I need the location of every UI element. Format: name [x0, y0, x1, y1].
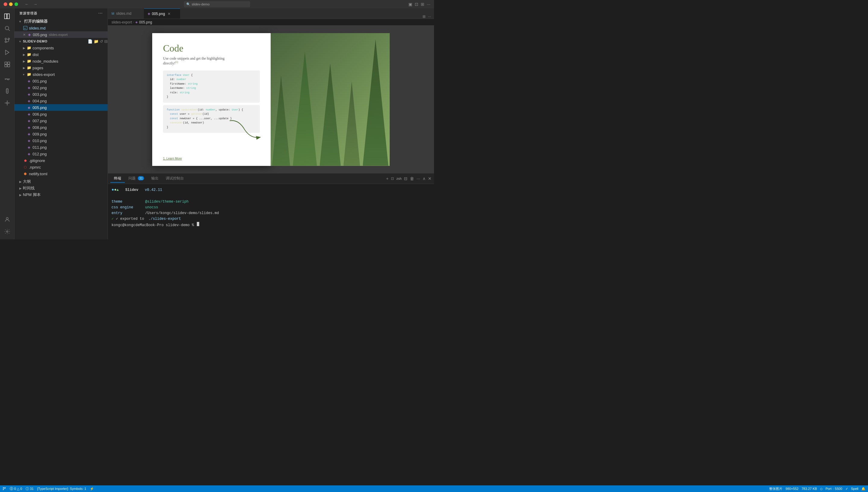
activity-run[interactable]: [2, 47, 13, 58]
file-003[interactable]: ◈ 003.png: [15, 91, 108, 98]
split-icon[interactable]: ⊞: [421, 2, 424, 7]
title-search-text: slidev-demo: [192, 2, 209, 6]
folder-slides-export[interactable]: ▾ 📁 slides-export: [15, 71, 108, 78]
new-folder-icon[interactable]: 📁: [94, 39, 98, 44]
terminal-close-icon[interactable]: ✕: [428, 176, 431, 181]
file-007[interactable]: ◈ 007.png: [15, 118, 108, 124]
minimize-button[interactable]: [9, 2, 13, 6]
activity-bar: [0, 8, 15, 239]
project-root[interactable]: ▾ SLIDEV-DEMO 📄 📁 ↺ ⊟: [15, 38, 108, 45]
open-editor-slides-md[interactable]: M slides.md: [15, 25, 108, 31]
folder-node-modules[interactable]: ▶ 📁 node_modules: [15, 58, 108, 65]
split-editor-icon[interactable]: ⊞: [423, 15, 426, 19]
forward-button[interactable]: →: [32, 1, 39, 7]
back-button[interactable]: ←: [24, 1, 30, 7]
sidebar-header: 资源管理器 ···: [15, 8, 108, 18]
content-area: Code Use code snippets and get the highl…: [108, 26, 434, 173]
close-button[interactable]: [4, 2, 7, 6]
activity-accounts[interactable]: [2, 214, 13, 225]
file-netlify-toml[interactable]: ⬢ netlify.toml: [15, 170, 108, 177]
main-layout: 资源管理器 ··· ▾ 打开的编辑器 M slides.md ✕ ◈ 00: [0, 8, 434, 239]
file-012[interactable]: ◈ 012.png: [15, 151, 108, 157]
folder-dist[interactable]: ▶ 📁 dist: [15, 51, 108, 58]
editor-layout-icon[interactable]: ⊡: [415, 2, 418, 7]
activity-python[interactable]: [2, 85, 13, 96]
file-008[interactable]: ◈ 008.png: [15, 124, 108, 131]
terminal-line-blank: [112, 193, 430, 199]
file-npmrc[interactable]: ⬡ .npmrc: [15, 164, 108, 170]
folder-pages[interactable]: ▶ 📁 pages: [15, 65, 108, 71]
terminal-panel-icon[interactable]: ⊟: [404, 176, 407, 181]
file-005[interactable]: ◈ 005.png: [15, 104, 108, 111]
sidebar-toggle-icon[interactable]: ▣: [408, 2, 412, 7]
breadcrumb-sep: ›: [133, 21, 134, 24]
activity-source-control[interactable]: [2, 35, 13, 46]
activity-settings[interactable]: [2, 226, 13, 237]
exported-path: ./slides-export: [148, 217, 181, 221]
terminal-chevron-up-icon[interactable]: ∧: [423, 176, 426, 181]
file-009[interactable]: ◈ 009.png: [15, 131, 108, 137]
file-gitignore-icon: ⬟: [23, 158, 28, 163]
slide-footnote-text: 1. Learn More: [163, 157, 182, 160]
logo-triangle: ▲: [117, 188, 119, 192]
terminal-trash-icon[interactable]: 🗑: [410, 176, 414, 181]
activity-extensions[interactable]: [2, 59, 13, 70]
refresh-icon[interactable]: ↺: [100, 39, 103, 44]
sidebar-more-icon[interactable]: ···: [98, 11, 103, 16]
folder-pages-icon: 📁: [26, 65, 31, 70]
md-file-icon: M: [23, 26, 28, 30]
activity-explorer[interactable]: [2, 11, 13, 22]
open-editors-section: ▾ 打开的编辑器 M slides.md ✕ ◈ 005.png slides-…: [15, 18, 108, 38]
title-search[interactable]: 🔍 slidev-demo: [184, 1, 250, 7]
open-editor-005-png[interactable]: ✕ ◈ 005.png slides-export: [15, 31, 108, 38]
file-npmrc-icon: ⬡: [23, 165, 28, 170]
terminal-content: ●●▲ Slidev v0.42.11 theme @slidev/theme-…: [108, 184, 434, 239]
terminal-tab-output[interactable]: 输出: [148, 175, 162, 183]
slide-footnote[interactable]: 1. Learn More: [163, 156, 182, 161]
folder-pages-name: pages: [32, 66, 43, 70]
svg-point-0: [5, 26, 9, 30]
tab-005-png[interactable]: ◈ 005.png ✕: [144, 8, 180, 19]
activity-search[interactable]: [2, 23, 13, 34]
folder-pages-chevron: ▶: [23, 66, 26, 70]
new-file-icon[interactable]: 📄: [88, 39, 93, 44]
activity-docker[interactable]: [2, 73, 13, 84]
folder-components[interactable]: ▶ 📁 components: [15, 45, 108, 51]
more-actions-icon[interactable]: ···: [428, 15, 431, 19]
terminal-tab-debug[interactable]: 调试控制台: [162, 175, 187, 183]
file-011[interactable]: ◈ 011.png: [15, 144, 108, 151]
collapse-icon[interactable]: ⊟: [104, 39, 108, 44]
terminal-prompt: kongc@kongcdeMacBook-Pro slidev-demo %: [112, 223, 194, 227]
terminal-tab-problems[interactable]: 问题 31: [125, 175, 148, 183]
terminal-split-icon[interactable]: ⊡: [391, 176, 394, 181]
file-002[interactable]: ◈ 002.png: [15, 84, 108, 91]
activity-bottom: [2, 214, 13, 237]
file-010[interactable]: ◈ 010.png: [15, 137, 108, 144]
folder-dist-name: dist: [32, 52, 39, 57]
close-editor-icon[interactable]: ✕: [23, 33, 26, 37]
file-002-name: 002.png: [32, 85, 47, 90]
file-006[interactable]: ◈ 006.png: [15, 111, 108, 118]
open-editors-header[interactable]: ▾ 打开的编辑器: [15, 18, 108, 25]
tab-close-icon[interactable]: ✕: [167, 11, 171, 16]
terminal-add-icon[interactable]: +: [386, 176, 389, 181]
file-012-icon: ◈: [26, 151, 31, 156]
terminal-more-icon[interactable]: ···: [417, 176, 420, 181]
more-icon[interactable]: ···: [427, 2, 430, 7]
file-002-icon: ◈: [26, 85, 31, 90]
timeline-section[interactable]: ▶ 时间线: [15, 185, 108, 192]
activity-git-graph[interactable]: [2, 98, 13, 108]
maximize-button[interactable]: [15, 2, 18, 6]
file-gitignore[interactable]: ⬟ .gitignore: [15, 157, 108, 164]
file-001[interactable]: ◈ 001.png: [15, 78, 108, 84]
terminal-tab-terminal[interactable]: 终端: [110, 175, 125, 183]
npm-scripts-section[interactable]: ▶ NPM 脚本: [15, 192, 108, 198]
breadcrumb-slides-export[interactable]: slides-export: [112, 20, 132, 24]
file-003-name: 003.png: [32, 92, 47, 97]
outline-section[interactable]: ▶ 大纲: [15, 178, 108, 185]
nav-buttons: ← →: [24, 1, 39, 7]
code-line: firstName: string: [167, 82, 256, 87]
tab-slides-md[interactable]: M slides.md: [108, 8, 144, 19]
file-004[interactable]: ◈ 004.png: [15, 98, 108, 104]
tab-actions: ⊞ ···: [420, 15, 434, 19]
